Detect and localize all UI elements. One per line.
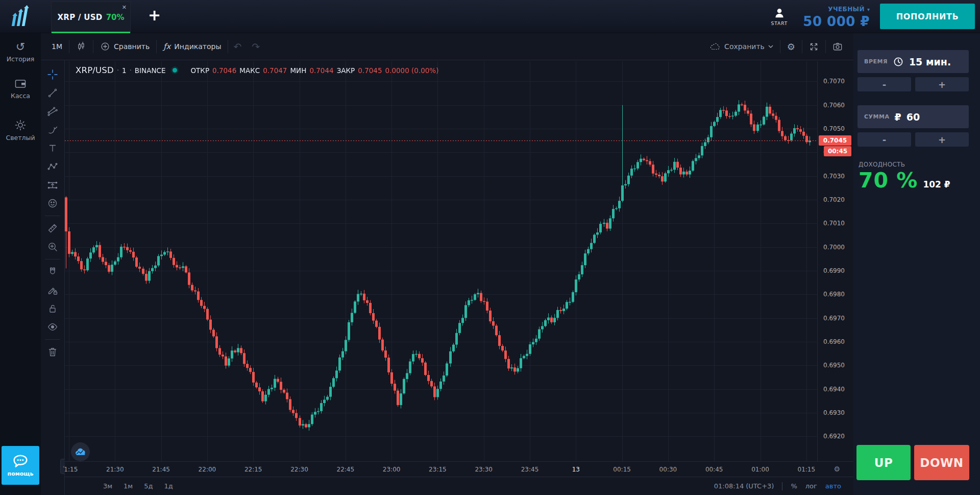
top-bar: XRP / USD 70% ✕ + START УЧЕБНЫЙ ▾ 50 000… [0,0,980,33]
sidebar-item-cashier[interactable]: Касса [0,70,41,107]
scale-auto-button[interactable]: авто [825,482,841,490]
high-value: 0.7047 [263,66,287,75]
undo-button[interactable]: ↶ [228,41,247,52]
trading-app: XRP / USD 70% ✕ + START УЧЕБНЫЙ ▾ 50 000… [0,0,980,495]
range-1d-button[interactable]: 1д [164,482,173,490]
price-tick: 0.7010 [823,220,845,227]
interval-button[interactable]: 1М [45,38,69,55]
sidebar-item-theme[interactable]: Светлый [0,107,41,149]
fx-icon: ƒx [163,42,170,51]
legend-interval: 1 [122,66,127,75]
time-axis[interactable]: ⚙ 21:1521:3021:4522:0022:1522:3022:4523:… [65,461,853,477]
time-tick: 23:15 [425,466,450,473]
redo-button[interactable]: ↷ [247,41,265,52]
time-tick: 22:15 [241,466,265,473]
sidebar-item-label: История [7,55,35,63]
fullscreen-button[interactable] [802,38,825,55]
axis-settings-gear-icon[interactable]: ⚙ [834,465,840,473]
range-1m-button[interactable]: 1м [124,482,133,490]
brush-tool[interactable] [44,121,61,138]
help-label: помощь [8,470,34,477]
low-value: 0.7044 [309,66,333,75]
lock-tool[interactable] [44,300,61,317]
drawing-lock-tool[interactable] [44,281,61,299]
forecast-tool[interactable] [44,176,61,194]
sidebar-item-history[interactable]: ↺ История [0,33,41,70]
price-tick: 0.7020 [823,196,845,203]
gear-icon: ⚙ [787,41,795,52]
amount-label: СУММА [864,113,889,120]
account-selector[interactable]: УЧЕБНЫЙ ▾ 50 000 ₽ [803,4,870,29]
chart-brand-button[interactable] [71,442,90,461]
balance-value: 50 000 ₽ [803,14,870,29]
trend-line-tool[interactable] [44,84,61,102]
price-tick: 0.7030 [823,173,845,180]
down-trade-button[interactable]: DOWN [914,445,969,480]
add-tab-button[interactable]: + [148,8,161,25]
clock-utc[interactable]: 01:08:14 (UTC+3) [714,482,774,490]
payout-label: ДОХОДНОСТЬ [859,161,905,168]
account-type-label: УЧЕБНЫЙ [828,6,865,13]
time-tick: 22:30 [287,466,312,473]
chart-legend: XRP/USD · 1 · BINANCE ОТКР 0.7046 МАКС 0… [76,65,438,75]
chart-style-button[interactable] [69,38,93,55]
price-tick: 0.7000 [823,244,845,251]
start-label: START [771,21,788,26]
amount-minus-button[interactable]: - [857,132,911,147]
time-minus-button[interactable]: - [857,77,911,91]
range-5d-button[interactable]: 5д [144,482,153,490]
time-label: ВРЕМЯ [864,58,888,65]
pattern-tool[interactable] [44,158,61,175]
amount-plus-button[interactable]: + [915,132,969,147]
payout-amount-value: 102 ₽ [923,179,950,190]
crosshair-tool[interactable] [44,66,61,83]
save-layout-button[interactable]: Сохранить [703,38,780,55]
price-tick: 0.6950 [823,362,845,369]
start-tour-button[interactable]: START [771,7,788,26]
emoji-tool[interactable] [44,195,61,212]
zoom-in-tool[interactable] [44,238,61,255]
price-tick: 0.7060 [823,102,845,109]
tab-payout: 70% [106,13,125,22]
screenshot-button[interactable] [826,38,849,55]
legend-exchange: BINANCE [135,66,166,75]
change-value: 0.0000 (0.00%) [385,66,439,75]
ruble-icon: ₽ [894,111,901,123]
gann-fib-tool[interactable] [44,103,61,120]
time-value: 15 мин. [909,56,951,67]
logo-arrows-icon [10,5,31,28]
wallet-icon [14,78,27,89]
magnet-tool[interactable] [44,263,61,280]
help-button[interactable]: помощь [2,446,39,485]
compare-button[interactable]: Сравнить [93,38,156,55]
amount-input[interactable]: СУММА ₽ 60 [857,105,969,128]
plot-area: XRP/USD · 1 · BINANCE ОТКР 0.7046 МАКС 0… [65,60,853,495]
up-trade-button[interactable]: UP [856,445,911,480]
price-axis[interactable]: 0.7045 00:45 0.70700.70600.70500.70400.7… [817,61,853,461]
toolbar-separator [45,259,60,260]
deposit-button[interactable]: ПОПОЛНИТЬ [880,4,975,29]
close-value: 0.7045 [358,66,382,75]
account-caret-icon: ▾ [867,7,870,12]
scale-percent-button[interactable]: % [791,482,797,490]
ruler-tool[interactable] [44,220,61,237]
remove-drawings-tool[interactable] [44,343,61,361]
tab-close-icon[interactable]: ✕ [122,5,127,10]
candlestick-chart[interactable] [65,61,817,461]
range-3m-button[interactable]: 3м [103,482,112,490]
toolbar-right-group: Сохранить ⚙ [703,38,849,55]
tab-xrp-usd[interactable]: XRP / USD 70% ✕ [51,2,131,33]
price-tick: 0.6930 [823,409,845,416]
app-logo[interactable] [0,0,41,33]
price-tick: 0.6970 [823,315,845,322]
time-tick: 23:30 [472,466,496,473]
indicators-button[interactable]: ƒx Индикаторы [157,38,228,55]
chart-settings-button[interactable]: ⚙ [780,38,802,55]
time-input[interactable]: ВРЕМЯ 15 мин. [857,50,969,73]
price-tick: 0.6940 [823,386,845,393]
time-plus-button[interactable]: + [915,77,969,91]
text-tool[interactable] [44,139,61,157]
scale-log-button[interactable]: лог [805,482,817,490]
candlestick-icon [76,41,86,52]
hide-drawings-tool[interactable] [44,318,61,336]
